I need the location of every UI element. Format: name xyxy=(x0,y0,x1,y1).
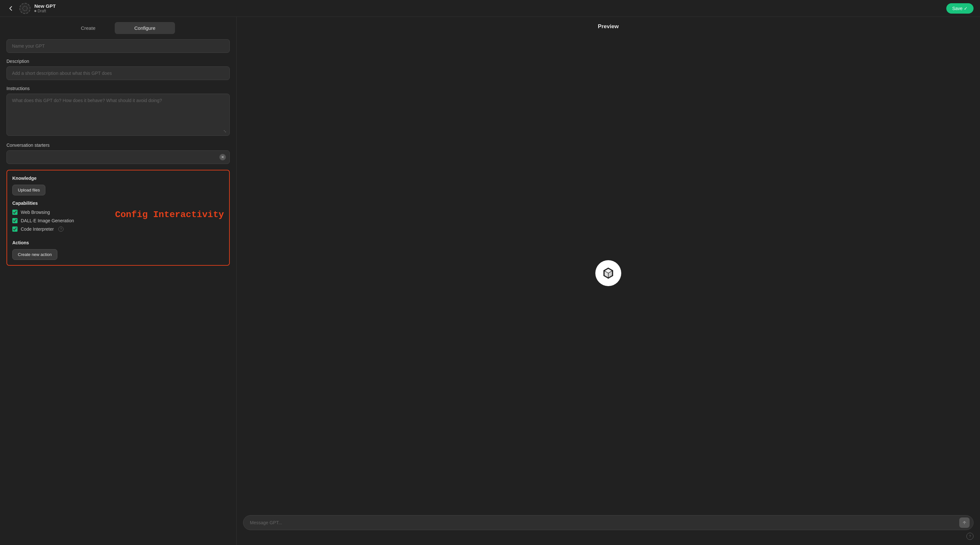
back-button[interactable] xyxy=(6,4,16,13)
dalle-label: DALL·E Image Generation xyxy=(21,218,74,223)
create-action-button[interactable]: Create new action xyxy=(12,249,57,260)
web-browsing-checkbox[interactable] xyxy=(12,210,18,215)
capability-web-browsing: Web Browsing xyxy=(12,210,108,215)
preview-footer: ? xyxy=(237,510,980,545)
description-group: Description xyxy=(6,59,230,80)
instructions-label: Instructions xyxy=(6,86,230,91)
conversation-starters-label: Conversation starters xyxy=(6,143,230,148)
upload-files-button[interactable]: Upload files xyxy=(12,185,45,195)
capability-code-interpreter: Code Interpreter ? xyxy=(12,227,108,232)
gpt-info: New GPT Draft xyxy=(34,3,56,13)
tab-configure[interactable]: Configure xyxy=(115,22,175,34)
knowledge-title: Knowledge xyxy=(12,176,224,181)
cube-icon xyxy=(602,267,615,280)
web-browsing-label: Web Browsing xyxy=(21,210,50,215)
instructions-textarea[interactable] xyxy=(6,94,230,136)
app-header: New GPT Draft Save ✓ xyxy=(0,0,980,17)
gpt-avatar xyxy=(19,3,30,14)
starter-input-container: ✕ xyxy=(6,150,230,164)
form-area: Description Instructions ⤡ Conversation … xyxy=(0,39,236,545)
save-button[interactable]: Save ✓ xyxy=(946,3,974,14)
tab-bar: Create Configure xyxy=(0,17,236,39)
right-panel: Preview xyxy=(237,17,980,545)
actions-title: Actions xyxy=(12,240,224,245)
capabilities-row: Web Browsing DALL·E Image Generation Cod… xyxy=(12,210,224,235)
status-label: Draft xyxy=(38,9,46,13)
svg-point-0 xyxy=(23,6,27,11)
dalle-checkbox[interactable] xyxy=(12,218,18,223)
preview-title: Preview xyxy=(237,17,980,36)
tab-create[interactable]: Create xyxy=(61,22,115,34)
starter-clear-button[interactable]: ✕ xyxy=(220,154,226,160)
code-interpreter-checkbox[interactable] xyxy=(12,227,18,232)
description-label: Description xyxy=(6,59,230,64)
preview-content xyxy=(237,36,980,510)
description-input[interactable] xyxy=(6,67,230,80)
message-input[interactable] xyxy=(243,515,974,530)
config-interactivity-label: Config Interactivity xyxy=(115,210,224,220)
preview-avatar xyxy=(595,260,621,286)
conversation-starters-group: Conversation starters ✕ xyxy=(6,143,230,164)
capabilities-title: Capabilities xyxy=(12,200,224,206)
highlighted-section: Knowledge Upload files Capabilities Web … xyxy=(6,170,230,266)
message-input-container xyxy=(243,515,974,530)
code-interpreter-label: Code Interpreter xyxy=(21,227,54,232)
capabilities-list: Web Browsing DALL·E Image Generation Cod… xyxy=(12,210,108,235)
preview-help-icon[interactable]: ? xyxy=(966,533,974,540)
starter-input[interactable] xyxy=(6,150,230,164)
expand-icon[interactable]: ⤡ xyxy=(223,129,226,133)
main-content: Create Configure Description Instruction… xyxy=(0,17,980,545)
send-button[interactable] xyxy=(959,518,970,528)
gpt-name: New GPT xyxy=(34,3,56,9)
header-left: New GPT Draft xyxy=(6,3,56,14)
instructions-container: ⤡ xyxy=(6,94,230,137)
name-input[interactable] xyxy=(6,39,230,53)
code-interpreter-help-icon[interactable]: ? xyxy=(58,227,64,232)
instructions-group: Instructions ⤡ xyxy=(6,86,230,137)
status-dot xyxy=(34,10,36,12)
left-panel: Create Configure Description Instruction… xyxy=(0,17,237,545)
capability-dalle: DALL·E Image Generation xyxy=(12,218,108,223)
gpt-status: Draft xyxy=(34,9,56,13)
